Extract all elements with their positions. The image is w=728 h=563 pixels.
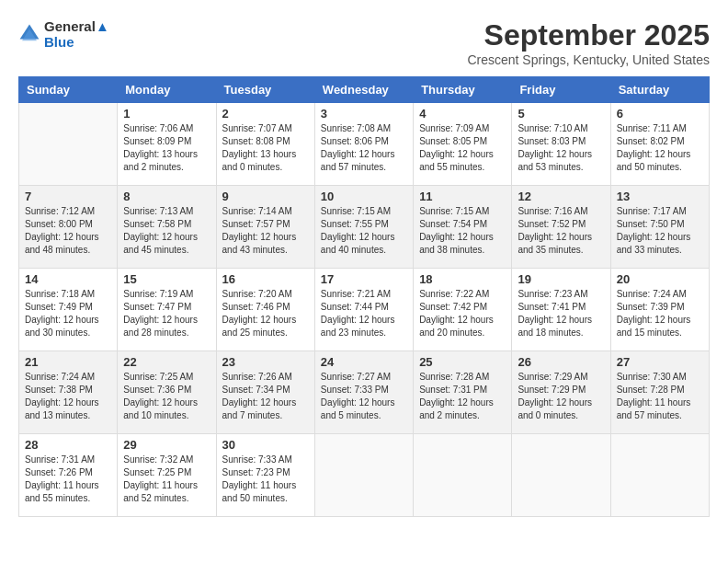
calendar-week-row: 21Sunrise: 7:24 AM Sunset: 7:38 PM Dayli… [19,351,710,434]
calendar-day-cell: 14Sunrise: 7:18 AM Sunset: 7:49 PM Dayli… [19,269,118,351]
day-info: Sunrise: 7:10 AM Sunset: 8:03 PM Dayligh… [518,122,604,174]
day-info: Sunrise: 7:13 AM Sunset: 7:58 PM Dayligh… [123,205,210,257]
calendar-day-cell: 8Sunrise: 7:13 AM Sunset: 7:58 PM Daylig… [118,186,216,269]
day-info: Sunrise: 7:21 AM Sunset: 7:44 PM Dayligh… [321,288,407,339]
day-number: 8 [123,190,210,203]
calendar-day-cell: 20Sunrise: 7:24 AM Sunset: 7:39 PM Dayli… [610,269,709,351]
calendar-day-cell: 28Sunrise: 7:31 AM Sunset: 7:26 PM Dayli… [19,434,118,517]
day-of-week-header: Sunday [19,77,118,103]
day-of-week-header: Friday [512,77,610,103]
calendar-week-row: 1Sunrise: 7:06 AM Sunset: 8:09 PM Daylig… [19,103,710,186]
calendar-day-cell: 1Sunrise: 7:06 AM Sunset: 8:09 PM Daylig… [118,103,216,186]
day-info: Sunrise: 7:30 AM Sunset: 7:28 PM Dayligh… [617,371,703,422]
calendar-day-cell [512,434,610,517]
day-number: 12 [518,190,604,203]
calendar-day-cell: 21Sunrise: 7:24 AM Sunset: 7:38 PM Dayli… [19,351,118,434]
day-number: 1 [123,107,210,121]
day-number: 30 [222,438,309,452]
day-info: Sunrise: 7:25 AM Sunset: 7:36 PM Dayligh… [123,371,210,422]
day-info: Sunrise: 7:33 AM Sunset: 7:23 PM Dayligh… [222,454,309,505]
calendar-header-row: SundayMondayTuesdayWednesdayThursdayFrid… [19,77,710,103]
day-number: 13 [617,190,703,203]
calendar-day-cell: 23Sunrise: 7:26 AM Sunset: 7:34 PM Dayli… [216,351,314,434]
calendar-week-row: 28Sunrise: 7:31 AM Sunset: 7:26 PM Dayli… [19,434,710,517]
day-number: 29 [123,438,210,452]
day-number: 16 [222,272,309,286]
day-number: 14 [25,272,111,286]
calendar-day-cell: 30Sunrise: 7:33 AM Sunset: 7:23 PM Dayli… [216,434,314,517]
day-info: Sunrise: 7:22 AM Sunset: 7:42 PM Dayligh… [419,288,506,339]
logo: General▲ Blue [18,18,109,50]
day-number: 10 [321,190,407,203]
day-number: 15 [123,272,210,286]
day-info: Sunrise: 7:31 AM Sunset: 7:26 PM Dayligh… [25,454,111,505]
day-number: 19 [518,272,604,286]
month-title: September 2025 [467,18,710,52]
day-number: 25 [419,355,506,369]
calendar-day-cell: 7Sunrise: 7:12 AM Sunset: 8:00 PM Daylig… [19,186,118,269]
day-number: 21 [25,355,111,369]
day-info: Sunrise: 7:29 AM Sunset: 7:29 PM Dayligh… [518,371,604,422]
calendar-day-cell: 17Sunrise: 7:21 AM Sunset: 7:44 PM Dayli… [314,269,413,351]
day-info: Sunrise: 7:07 AM Sunset: 8:08 PM Dayligh… [222,122,309,174]
calendar-day-cell: 18Sunrise: 7:22 AM Sunset: 7:42 PM Dayli… [414,269,512,351]
day-info: Sunrise: 7:08 AM Sunset: 8:06 PM Dayligh… [321,122,407,174]
day-of-week-header: Wednesday [314,77,413,103]
day-of-week-header: Saturday [610,77,709,103]
day-number: 27 [617,355,703,369]
calendar-day-cell: 15Sunrise: 7:19 AM Sunset: 7:47 PM Dayli… [118,269,216,351]
calendar-day-cell: 22Sunrise: 7:25 AM Sunset: 7:36 PM Dayli… [118,351,216,434]
day-number: 3 [321,107,407,121]
calendar-day-cell: 16Sunrise: 7:20 AM Sunset: 7:46 PM Dayli… [216,269,314,351]
day-number: 2 [222,107,309,121]
calendar-week-row: 7Sunrise: 7:12 AM Sunset: 8:00 PM Daylig… [19,186,710,269]
calendar-day-cell: 12Sunrise: 7:16 AM Sunset: 7:52 PM Dayli… [512,186,610,269]
day-info: Sunrise: 7:32 AM Sunset: 7:25 PM Dayligh… [123,454,210,505]
day-number: 11 [419,190,506,203]
calendar-day-cell [19,103,118,186]
calendar-day-cell [610,434,709,517]
day-info: Sunrise: 7:27 AM Sunset: 7:33 PM Dayligh… [321,371,407,422]
day-number: 6 [617,107,703,121]
day-info: Sunrise: 7:15 AM Sunset: 7:55 PM Dayligh… [321,205,407,257]
day-number: 5 [518,107,604,121]
calendar-day-cell: 24Sunrise: 7:27 AM Sunset: 7:33 PM Dayli… [314,351,413,434]
calendar-day-cell: 11Sunrise: 7:15 AM Sunset: 7:54 PM Dayli… [414,186,512,269]
day-info: Sunrise: 7:09 AM Sunset: 8:05 PM Dayligh… [419,122,506,174]
calendar-day-cell: 27Sunrise: 7:30 AM Sunset: 7:28 PM Dayli… [610,351,709,434]
day-number: 20 [617,272,703,286]
day-info: Sunrise: 7:23 AM Sunset: 7:41 PM Dayligh… [518,288,604,339]
calendar-day-cell [314,434,413,517]
day-info: Sunrise: 7:06 AM Sunset: 8:09 PM Dayligh… [123,122,210,174]
calendar-day-cell: 4Sunrise: 7:09 AM Sunset: 8:05 PM Daylig… [414,103,512,186]
calendar-week-row: 14Sunrise: 7:18 AM Sunset: 7:49 PM Dayli… [19,269,710,351]
calendar-day-cell: 9Sunrise: 7:14 AM Sunset: 7:57 PM Daylig… [216,186,314,269]
logo-text: General▲ Blue [44,18,109,50]
calendar-day-cell: 10Sunrise: 7:15 AM Sunset: 7:55 PM Dayli… [314,186,413,269]
day-number: 26 [518,355,604,369]
day-info: Sunrise: 7:19 AM Sunset: 7:47 PM Dayligh… [123,288,210,339]
day-number: 9 [222,190,309,203]
calendar-day-cell: 3Sunrise: 7:08 AM Sunset: 8:06 PM Daylig… [314,103,413,186]
calendar-day-cell: 19Sunrise: 7:23 AM Sunset: 7:41 PM Dayli… [512,269,610,351]
day-number: 22 [123,355,210,369]
calendar-day-cell: 29Sunrise: 7:32 AM Sunset: 7:25 PM Dayli… [118,434,216,517]
day-of-week-header: Monday [118,77,216,103]
day-info: Sunrise: 7:26 AM Sunset: 7:34 PM Dayligh… [222,371,309,422]
title-block: September 2025 Crescent Springs, Kentuck… [467,18,710,67]
day-info: Sunrise: 7:28 AM Sunset: 7:31 PM Dayligh… [419,371,506,422]
calendar-day-cell: 2Sunrise: 7:07 AM Sunset: 8:08 PM Daylig… [216,103,314,186]
day-number: 28 [25,438,111,452]
day-info: Sunrise: 7:12 AM Sunset: 8:00 PM Dayligh… [25,205,111,257]
day-number: 7 [25,190,111,203]
day-info: Sunrise: 7:17 AM Sunset: 7:50 PM Dayligh… [617,205,703,257]
day-info: Sunrise: 7:15 AM Sunset: 7:54 PM Dayligh… [419,205,506,257]
calendar-day-cell [414,434,512,517]
day-info: Sunrise: 7:24 AM Sunset: 7:38 PM Dayligh… [25,371,111,422]
day-info: Sunrise: 7:14 AM Sunset: 7:57 PM Dayligh… [222,205,309,257]
day-number: 18 [419,272,506,286]
day-info: Sunrise: 7:24 AM Sunset: 7:39 PM Dayligh… [617,288,703,339]
calendar-day-cell: 25Sunrise: 7:28 AM Sunset: 7:31 PM Dayli… [414,351,512,434]
day-info: Sunrise: 7:11 AM Sunset: 8:02 PM Dayligh… [617,122,703,174]
calendar-table: SundayMondayTuesdayWednesdayThursdayFrid… [18,76,710,517]
